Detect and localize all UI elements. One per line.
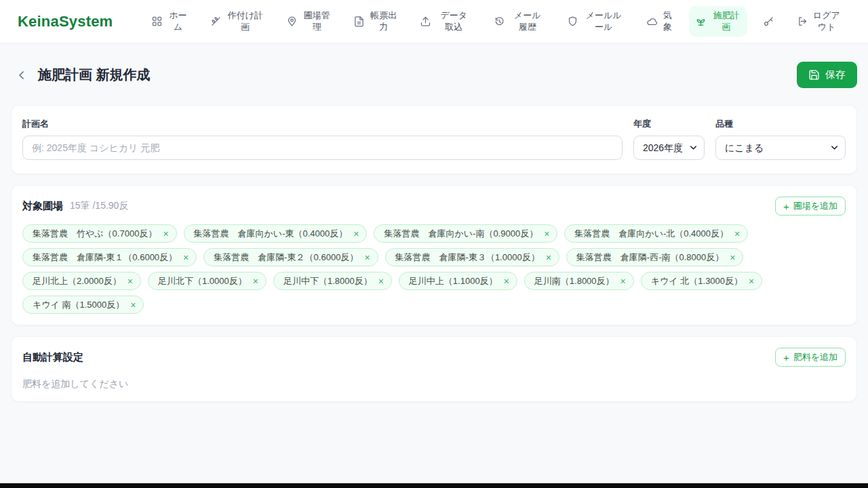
field-chip-label: 足川北下（1.0000反）: [158, 275, 247, 287]
chevron-left-icon: [15, 68, 28, 82]
app-logo[interactable]: KeinaSystem: [18, 13, 113, 30]
close-icon: ×: [364, 253, 370, 262]
variety-select[interactable]: にこまる: [715, 136, 846, 160]
cloud-icon: [646, 16, 658, 27]
chip-close-button[interactable]: ×: [253, 277, 258, 286]
plan-form-card: 計画名 年度 2026年度 品種 にこまる: [11, 105, 857, 174]
chip-close-button[interactable]: ×: [163, 229, 168, 239]
upload-icon: [420, 16, 431, 27]
nav-label: ホーム: [167, 10, 188, 33]
chip-close-button[interactable]: ×: [504, 277, 509, 286]
plan-name-label: 計画名: [22, 118, 623, 130]
nav-item-mail-rules[interactable]: メールルール: [561, 6, 630, 37]
add-fertilizer-button[interactable]: + 肥料を追加: [775, 348, 846, 367]
nav-label: 作付け計画: [226, 10, 264, 33]
field-chip[interactable]: キウイ 南（1.5000反） ×: [22, 296, 144, 314]
field-chip-label: 足川南（1.8000反）: [534, 275, 614, 287]
back-button[interactable]: [12, 66, 31, 85]
chip-close-button[interactable]: ×: [364, 253, 370, 262]
map-pin-icon: [286, 16, 298, 27]
close-icon: ×: [130, 300, 136, 310]
nav-item-planting-plan[interactable]: 作付け計画: [204, 6, 271, 37]
key-icon: [763, 16, 774, 27]
nav-items: ホーム 作付け計画 圃場管理 帳票出力 データ取込 メール履歴 メールルール: [145, 6, 846, 37]
nav-item-data-import[interactable]: データ取込: [414, 6, 477, 37]
close-icon: ×: [734, 229, 740, 239]
chip-close-button[interactable]: ×: [378, 277, 384, 286]
field-chip-label: キウイ 北（1.3000反）: [651, 275, 743, 287]
field-chip[interactable]: 足川中下（1.8000反） ×: [273, 272, 392, 290]
field-chip[interactable]: 足川北下（1.0000反） ×: [148, 272, 267, 290]
document-icon: [353, 16, 365, 27]
grid-icon: [151, 16, 163, 27]
chip-close-button[interactable]: ×: [127, 277, 133, 286]
save-button[interactable]: 保存: [797, 62, 857, 88]
chip-close-button[interactable]: ×: [130, 300, 136, 310]
auto-calc-card: 自動計算設定 + 肥料を追加 肥料を追加してください: [11, 336, 857, 402]
chip-close-button[interactable]: ×: [730, 253, 735, 262]
close-icon: ×: [253, 277, 258, 286]
add-field-button[interactable]: + 圃場を追加: [775, 197, 846, 216]
nav-item-key[interactable]: [757, 12, 781, 31]
plus-icon: +: [783, 201, 789, 211]
field-chip[interactable]: 集落営農 倉庫向かい-南（0.9000反） ×: [374, 224, 557, 243]
field-chip[interactable]: 集落営農 倉庫隣-東２（0.6000反） ×: [203, 248, 378, 266]
nav-item-field-management[interactable]: 圃場管理: [280, 6, 337, 37]
field-chip-label: 足川中下（1.8000反）: [283, 275, 372, 287]
fertilizer-empty-text: 肥料を追加してください: [22, 378, 846, 390]
field-chip-label: 集落営農 倉庫隣-東１（0.6000反）: [33, 251, 177, 264]
variety-label: 品種: [715, 118, 846, 130]
target-fields-summary: 15筆 /15.90反: [70, 200, 128, 212]
field-chips: 集落営農 竹やぶ（0.7000反） × 集落営農 倉庫向かい-東（0.4000反…: [22, 224, 846, 314]
target-fields-card: 対象圃場 15筆 /15.90反 + 圃場を追加 集落営農 竹やぶ（0.7000…: [11, 185, 857, 325]
chip-close-button[interactable]: ×: [749, 277, 754, 286]
plan-name-input[interactable]: [22, 136, 623, 160]
field-chip[interactable]: 集落営農 竹やぶ（0.7000反） ×: [22, 224, 177, 243]
field-chip[interactable]: 集落営農 倉庫隣-西-南（0.8000反） ×: [566, 248, 744, 266]
save-icon: [808, 69, 820, 81]
field-chip-label: 足川北上（2.0000反）: [33, 275, 121, 287]
chip-close-button[interactable]: ×: [544, 229, 549, 239]
close-icon: ×: [183, 253, 189, 262]
page-title: 施肥計画 新規作成: [38, 66, 151, 84]
chip-close-button[interactable]: ×: [546, 253, 551, 262]
close-icon: ×: [163, 229, 168, 239]
chip-close-button[interactable]: ×: [183, 253, 189, 262]
close-icon: ×: [749, 277, 754, 286]
field-chip[interactable]: 集落営農 倉庫隣-東３（1.0000反） ×: [385, 248, 559, 266]
field-chip[interactable]: キウイ 北（1.3000反） ×: [641, 272, 762, 290]
field-chip[interactable]: 足川中上（1.1000反） ×: [399, 272, 517, 290]
close-icon: ×: [127, 277, 133, 286]
plus-icon: +: [783, 352, 789, 363]
close-icon: ×: [546, 253, 551, 262]
field-chip-label: 集落営農 倉庫隣-東３（1.0000反）: [395, 251, 540, 264]
field-chip[interactable]: 集落営農 倉庫隣-東１（0.6000反） ×: [22, 248, 197, 266]
field-chip-label: 足川中上（1.1000反）: [409, 275, 498, 287]
field-chip-label: キウイ 南（1.5000反）: [33, 299, 124, 311]
chip-close-button[interactable]: ×: [620, 277, 626, 286]
chip-close-button[interactable]: ×: [353, 229, 359, 239]
chip-close-button[interactable]: ×: [734, 229, 740, 239]
nav-item-weather[interactable]: 気象: [640, 6, 679, 37]
field-chip-label: 集落営農 倉庫向かい-北（0.4000反）: [574, 228, 728, 240]
nav-item-mail-history[interactable]: メール履歴: [488, 6, 551, 37]
nav-label: メールルール: [583, 10, 624, 33]
close-icon: ×: [353, 229, 359, 239]
page-header: 施肥計画 新規作成 保存: [0, 43, 868, 105]
field-chip[interactable]: 集落営農 倉庫向かい-東（0.4000反） ×: [184, 224, 368, 243]
field-chip-label: 集落営農 倉庫向かい-東（0.4000反）: [194, 228, 348, 240]
nav-item-report-output[interactable]: 帳票出力: [347, 6, 404, 37]
nav-item-logout[interactable]: ログアウト: [791, 6, 846, 37]
close-icon: ×: [730, 253, 735, 262]
nav-label: 施肥計画: [711, 10, 741, 33]
field-chip-label: 集落営農 倉庫隣-西-南（0.8000反）: [576, 251, 724, 264]
sprout-icon: [695, 16, 707, 27]
top-navigation: KeinaSystem ホーム 作付け計画 圃場管理 帳票出力 データ取込 メー…: [0, 0, 868, 43]
nav-item-fertilization-plan[interactable]: 施肥計画: [689, 6, 747, 37]
field-chip[interactable]: 足川北上（2.0000反） ×: [22, 272, 141, 290]
year-select[interactable]: 2026年度: [633, 136, 705, 160]
nav-item-home[interactable]: ホーム: [145, 6, 194, 37]
nav-label: 気象: [663, 10, 673, 33]
field-chip[interactable]: 足川南（1.8000反） ×: [524, 272, 634, 290]
field-chip[interactable]: 集落営農 倉庫向かい-北（0.4000反） ×: [564, 224, 748, 243]
